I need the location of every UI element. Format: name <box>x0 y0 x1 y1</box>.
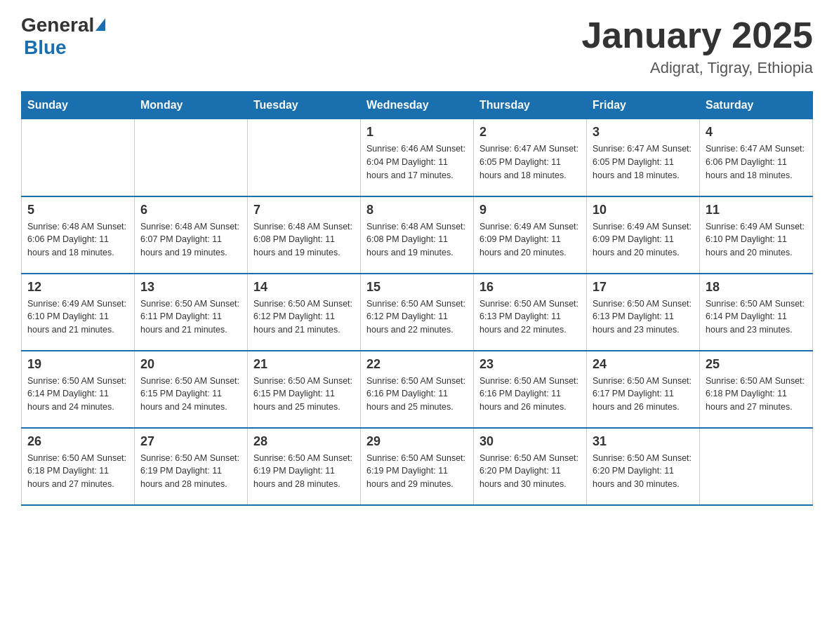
day-info: Sunrise: 6:48 AM Sunset: 6:08 PM Dayligh… <box>366 220 468 260</box>
day-info: Sunrise: 6:50 AM Sunset: 6:15 PM Dayligh… <box>140 375 241 414</box>
day-info: Sunrise: 6:50 AM Sunset: 6:19 PM Dayligh… <box>253 452 355 491</box>
month-title: January 2025 <box>581 14 813 56</box>
page-header: General Blue January 2025 Adigrat, Tigra… <box>21 14 813 77</box>
calendar-week-1: 1Sunrise: 6:46 AM Sunset: 6:04 PM Daylig… <box>22 119 813 196</box>
calendar-cell: 12Sunrise: 6:49 AM Sunset: 6:10 PM Dayli… <box>22 274 135 351</box>
day-info: Sunrise: 6:48 AM Sunset: 6:07 PM Dayligh… <box>140 220 241 260</box>
title-block: January 2025 Adigrat, Tigray, Ethiopia <box>581 14 813 77</box>
logo-blue-text: Blue <box>24 36 67 59</box>
day-info: Sunrise: 6:50 AM Sunset: 6:13 PM Dayligh… <box>479 297 581 337</box>
day-info: Sunrise: 6:50 AM Sunset: 6:18 PM Dayligh… <box>27 452 128 491</box>
day-info: Sunrise: 6:48 AM Sunset: 6:08 PM Dayligh… <box>253 220 355 260</box>
calendar-cell: 13Sunrise: 6:50 AM Sunset: 6:11 PM Dayli… <box>135 274 248 351</box>
day-info: Sunrise: 6:50 AM Sunset: 6:14 PM Dayligh… <box>706 297 807 337</box>
calendar-cell: 2Sunrise: 6:47 AM Sunset: 6:05 PM Daylig… <box>474 119 587 196</box>
header-cell-monday: Monday <box>135 92 248 119</box>
logo: General Blue <box>21 14 105 59</box>
calendar-cell: 27Sunrise: 6:50 AM Sunset: 6:19 PM Dayli… <box>135 428 248 505</box>
calendar-cell: 6Sunrise: 6:48 AM Sunset: 6:07 PM Daylig… <box>135 196 248 274</box>
day-info: Sunrise: 6:50 AM Sunset: 6:14 PM Dayligh… <box>27 375 128 414</box>
day-info: Sunrise: 6:49 AM Sunset: 6:10 PM Dayligh… <box>706 220 807 260</box>
day-number: 20 <box>140 357 241 372</box>
day-number: 21 <box>253 357 355 372</box>
calendar-cell: 22Sunrise: 6:50 AM Sunset: 6:16 PM Dayli… <box>361 351 474 428</box>
day-number: 2 <box>479 125 581 140</box>
day-info: Sunrise: 6:47 AM Sunset: 6:05 PM Dayligh… <box>479 142 581 182</box>
day-number: 7 <box>253 203 355 217</box>
day-info: Sunrise: 6:50 AM Sunset: 6:13 PM Dayligh… <box>593 297 694 337</box>
calendar-table: SundayMondayTuesdayWednesdayThursdayFrid… <box>21 91 813 506</box>
day-number: 8 <box>366 203 468 217</box>
calendar-cell: 28Sunrise: 6:50 AM Sunset: 6:19 PM Dayli… <box>248 428 361 505</box>
calendar-week-4: 19Sunrise: 6:50 AM Sunset: 6:14 PM Dayli… <box>22 351 813 428</box>
calendar-cell: 1Sunrise: 6:46 AM Sunset: 6:04 PM Daylig… <box>361 119 474 196</box>
header-cell-sunday: Sunday <box>22 92 135 119</box>
day-info: Sunrise: 6:50 AM Sunset: 6:12 PM Dayligh… <box>253 297 355 337</box>
day-info: Sunrise: 6:50 AM Sunset: 6:17 PM Dayligh… <box>593 375 694 414</box>
day-number: 26 <box>27 434 128 449</box>
day-number: 15 <box>366 280 468 295</box>
day-number: 16 <box>479 280 581 295</box>
calendar-cell <box>700 428 813 505</box>
calendar-week-2: 5Sunrise: 6:48 AM Sunset: 6:06 PM Daylig… <box>22 196 813 274</box>
calendar-cell: 25Sunrise: 6:50 AM Sunset: 6:18 PM Dayli… <box>700 351 813 428</box>
day-number: 9 <box>479 203 581 217</box>
day-number: 18 <box>706 280 807 295</box>
day-number: 23 <box>479 357 581 372</box>
calendar-cell: 7Sunrise: 6:48 AM Sunset: 6:08 PM Daylig… <box>248 196 361 274</box>
header-row: SundayMondayTuesdayWednesdayThursdayFrid… <box>22 92 813 119</box>
calendar-cell <box>22 119 135 196</box>
calendar-body: 1Sunrise: 6:46 AM Sunset: 6:04 PM Daylig… <box>22 119 813 505</box>
calendar-cell: 26Sunrise: 6:50 AM Sunset: 6:18 PM Dayli… <box>22 428 135 505</box>
day-info: Sunrise: 6:49 AM Sunset: 6:09 PM Dayligh… <box>593 220 694 260</box>
calendar-cell: 14Sunrise: 6:50 AM Sunset: 6:12 PM Dayli… <box>248 274 361 351</box>
calendar-cell: 19Sunrise: 6:50 AM Sunset: 6:14 PM Dayli… <box>22 351 135 428</box>
day-number: 25 <box>706 357 807 372</box>
calendar-cell: 29Sunrise: 6:50 AM Sunset: 6:19 PM Dayli… <box>361 428 474 505</box>
calendar-cell: 3Sunrise: 6:47 AM Sunset: 6:05 PM Daylig… <box>587 119 700 196</box>
calendar-cell: 15Sunrise: 6:50 AM Sunset: 6:12 PM Dayli… <box>361 274 474 351</box>
day-info: Sunrise: 6:50 AM Sunset: 6:18 PM Dayligh… <box>706 375 807 414</box>
day-info: Sunrise: 6:46 AM Sunset: 6:04 PM Dayligh… <box>366 142 468 182</box>
header-cell-tuesday: Tuesday <box>248 92 361 119</box>
day-info: Sunrise: 6:50 AM Sunset: 6:19 PM Dayligh… <box>140 452 241 491</box>
day-info: Sunrise: 6:50 AM Sunset: 6:19 PM Dayligh… <box>366 452 468 491</box>
day-number: 22 <box>366 357 468 372</box>
day-info: Sunrise: 6:49 AM Sunset: 6:09 PM Dayligh… <box>479 220 581 260</box>
header-cell-thursday: Thursday <box>474 92 587 119</box>
logo-general-text: General <box>21 14 94 36</box>
day-number: 11 <box>706 203 807 217</box>
calendar-cell: 8Sunrise: 6:48 AM Sunset: 6:08 PM Daylig… <box>361 196 474 274</box>
day-number: 24 <box>593 357 694 372</box>
day-number: 19 <box>27 357 128 372</box>
calendar-cell: 18Sunrise: 6:50 AM Sunset: 6:14 PM Dayli… <box>700 274 813 351</box>
day-number: 10 <box>593 203 694 217</box>
day-info: Sunrise: 6:49 AM Sunset: 6:10 PM Dayligh… <box>27 297 128 337</box>
day-number: 29 <box>366 434 468 449</box>
day-number: 30 <box>479 434 581 449</box>
day-number: 13 <box>140 280 241 295</box>
day-info: Sunrise: 6:50 AM Sunset: 6:11 PM Dayligh… <box>140 297 241 337</box>
day-number: 31 <box>593 434 694 449</box>
calendar-cell <box>135 119 248 196</box>
calendar-cell: 30Sunrise: 6:50 AM Sunset: 6:20 PM Dayli… <box>474 428 587 505</box>
day-number: 6 <box>140 203 241 217</box>
calendar-cell: 10Sunrise: 6:49 AM Sunset: 6:09 PM Dayli… <box>587 196 700 274</box>
header-cell-saturday: Saturday <box>700 92 813 119</box>
calendar-cell: 4Sunrise: 6:47 AM Sunset: 6:06 PM Daylig… <box>700 119 813 196</box>
day-number: 28 <box>253 434 355 449</box>
day-number: 12 <box>27 280 128 295</box>
day-number: 17 <box>593 280 694 295</box>
calendar-cell: 21Sunrise: 6:50 AM Sunset: 6:15 PM Dayli… <box>248 351 361 428</box>
day-info: Sunrise: 6:50 AM Sunset: 6:12 PM Dayligh… <box>366 297 468 337</box>
day-number: 27 <box>140 434 241 449</box>
day-info: Sunrise: 6:47 AM Sunset: 6:05 PM Dayligh… <box>593 142 694 182</box>
calendar-cell: 23Sunrise: 6:50 AM Sunset: 6:16 PM Dayli… <box>474 351 587 428</box>
day-number: 4 <box>706 125 807 140</box>
header-cell-wednesday: Wednesday <box>361 92 474 119</box>
header-cell-friday: Friday <box>587 92 700 119</box>
calendar-cell: 17Sunrise: 6:50 AM Sunset: 6:13 PM Dayli… <box>587 274 700 351</box>
calendar-cell: 24Sunrise: 6:50 AM Sunset: 6:17 PM Dayli… <box>587 351 700 428</box>
day-info: Sunrise: 6:50 AM Sunset: 6:16 PM Dayligh… <box>479 375 581 414</box>
calendar-cell: 11Sunrise: 6:49 AM Sunset: 6:10 PM Dayli… <box>700 196 813 274</box>
